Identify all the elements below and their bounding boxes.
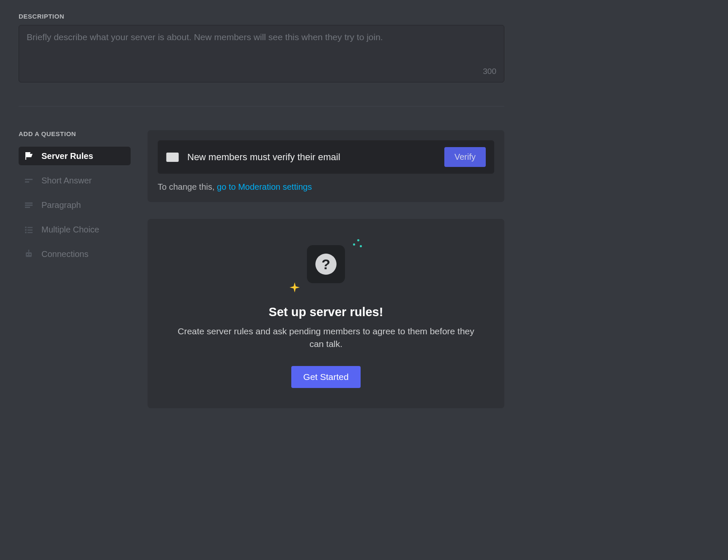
get-started-button[interactable]: Get Started xyxy=(291,366,360,388)
sparkle-yellow-icon xyxy=(290,282,300,292)
question-type-label: Connections xyxy=(41,249,88,259)
svg-rect-3 xyxy=(25,205,33,206)
svg-rect-8 xyxy=(27,229,33,231)
setup-illustration: ? xyxy=(288,238,364,297)
moderation-hint-prefix: To change this, xyxy=(158,182,217,191)
add-question-label: Add a Question xyxy=(19,130,131,137)
question-type-label: Short Answer xyxy=(41,176,92,186)
verify-button[interactable]: Verify xyxy=(444,147,486,167)
verification-message: New members must verify their email xyxy=(187,152,436,163)
svg-point-9 xyxy=(25,232,27,233)
question-type-server-rules[interactable]: Server Rules xyxy=(19,147,131,165)
question-type-connections[interactable]: Connections xyxy=(19,245,131,263)
setup-title: Set up server rules! xyxy=(158,305,494,319)
svg-rect-2 xyxy=(25,202,33,204)
question-type-label: Paragraph xyxy=(41,200,81,210)
setup-description: Create server rules and ask pending memb… xyxy=(174,325,478,351)
moderation-settings-link[interactable]: go to Moderation settings xyxy=(217,182,312,191)
list-icon xyxy=(24,224,34,235)
description-label: Description xyxy=(19,13,504,20)
question-type-short-answer[interactable]: Short Answer xyxy=(19,171,131,190)
svg-point-12 xyxy=(27,254,28,255)
svg-rect-6 xyxy=(27,227,33,228)
question-type-list: Server Rules Short Answer Paragraph Mult… xyxy=(19,147,131,263)
svg-point-5 xyxy=(25,227,27,228)
description-input[interactable] xyxy=(27,32,496,70)
robot-icon xyxy=(24,249,34,259)
paragraph-icon xyxy=(24,200,34,210)
svg-rect-10 xyxy=(27,232,33,233)
svg-point-7 xyxy=(25,229,27,231)
svg-rect-11 xyxy=(26,252,32,257)
server-rules-setup-panel: ? Set up server rules! Create server rul… xyxy=(148,219,504,408)
question-type-label: Server Rules xyxy=(41,151,93,161)
question-type-paragraph[interactable]: Paragraph xyxy=(19,196,131,214)
moderation-hint: To change this, go to Moderation setting… xyxy=(158,182,494,192)
description-box: 300 xyxy=(19,25,504,82)
question-type-multiple-choice[interactable]: Multiple Choice xyxy=(19,220,131,239)
description-char-counter: 300 xyxy=(483,67,496,76)
mail-icon xyxy=(166,153,179,162)
svg-point-15 xyxy=(28,250,30,251)
svg-rect-0 xyxy=(25,179,33,180)
section-divider xyxy=(19,106,504,107)
verification-row: New members must verify their email Veri… xyxy=(158,140,494,174)
flag-icon xyxy=(24,151,34,161)
question-tile-icon: ? xyxy=(307,245,345,283)
question-type-label: Multiple Choice xyxy=(41,225,99,235)
svg-rect-4 xyxy=(25,207,30,208)
verification-panel: New members must verify their email Veri… xyxy=(148,130,504,202)
sparkle-teal-icon xyxy=(353,239,361,248)
question-mark-icon: ? xyxy=(315,254,337,275)
svg-rect-1 xyxy=(25,181,29,183)
svg-point-13 xyxy=(30,254,31,255)
short-text-icon xyxy=(24,175,34,186)
